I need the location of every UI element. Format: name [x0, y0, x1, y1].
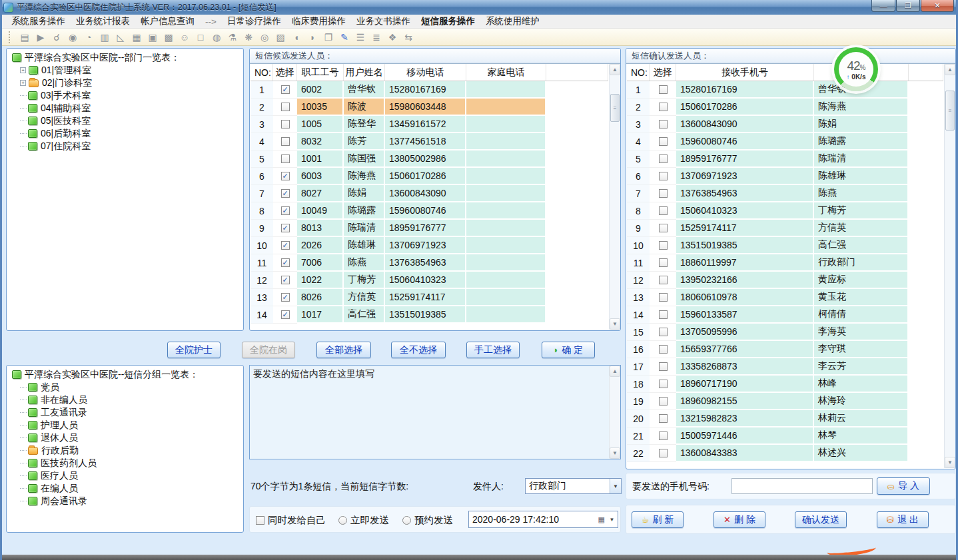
confirm-scrollbar[interactable]: ▲ ≡ ▼ — [944, 64, 955, 468]
sender-select[interactable]: 行政部门 ▼ — [525, 478, 622, 494]
message-scrollbar[interactable]: ▲ ▼ — [609, 366, 620, 459]
candidate-scroll-thumb[interactable]: ≡ — [610, 94, 620, 122]
group-tree-item[interactable]: 非在编人员 — [11, 394, 243, 406]
manual-phone-input[interactable] — [731, 478, 873, 494]
group-tree-item[interactable]: 行政后勤 — [11, 444, 243, 457]
row-checkbox[interactable]: ✓ — [281, 276, 290, 284]
row-checkbox[interactable] — [659, 154, 668, 163]
row-checkbox[interactable]: ✓ — [281, 224, 290, 232]
candidate-row[interactable]: 31005陈登华13459161572 — [250, 116, 608, 133]
candidate-row[interactable]: 51001陈国强13805002986 — [250, 150, 608, 168]
candidate-row[interactable]: 10✓2026陈雄琳13706971923 — [250, 237, 608, 254]
group-tree-item[interactable]: 在编人员 — [11, 482, 243, 495]
confirm-row[interactable]: 1318060610978黄玉花 — [627, 289, 943, 306]
menu-item-日常诊疗操作[interactable]: 日常诊疗操作 — [222, 14, 286, 29]
minimize-button[interactable]: — — [871, 0, 895, 12]
dept-tree-item[interactable]: 03|手术科室 — [11, 89, 243, 102]
column-header[interactable]: 接收手机号 — [676, 64, 814, 81]
row-checkbox[interactable] — [281, 137, 290, 146]
window-icon[interactable]: ▣ — [145, 31, 161, 44]
confirm-row[interactable]: 1213950232166黄应标 — [627, 272, 943, 289]
candidate-row[interactable]: 14✓1017高仁强13515019385 — [250, 306, 608, 324]
candidate-row[interactable]: 7✓8027陈娟13600843090 — [250, 185, 608, 202]
row-checkbox[interactable] — [659, 328, 668, 336]
scroll-up-icon[interactable]: ▲ — [610, 64, 620, 75]
row-checkbox[interactable]: ✓ — [281, 172, 290, 180]
row-checkbox[interactable]: ✓ — [281, 241, 290, 250]
expand-icon[interactable]: + — [20, 67, 26, 73]
row-checkbox[interactable] — [659, 206, 668, 215]
dept-tree-item[interactable]: 05|医技科室 — [11, 115, 243, 127]
candidate-row[interactable]: 9✓8013陈瑞清18959176777 — [250, 220, 608, 237]
row-checkbox[interactable]: ✓ — [281, 293, 290, 302]
key-icon[interactable]: ☌ — [49, 31, 65, 44]
blank-icon[interactable]: □ — [193, 31, 209, 44]
group-tree-item[interactable]: 周会通讯录 — [11, 495, 243, 507]
confirm-button[interactable]: ◗确 定 — [542, 342, 595, 358]
telescope-icon[interactable]: ⚗ — [225, 31, 240, 44]
restore-button[interactable]: ❐ — [896, 0, 920, 12]
group-tree-root[interactable]: 平潭综合实验区中医院--短信分组一览表： — [11, 368, 243, 381]
row-checkbox[interactable] — [659, 431, 668, 440]
speaker-in-icon[interactable]: ◖ — [288, 31, 304, 44]
column-header[interactable]: NO: — [627, 64, 650, 81]
candidate-row[interactable]: 12✓1022丁梅芳15060410323 — [250, 272, 608, 289]
schedule-icon[interactable]: ▩ — [161, 31, 177, 44]
list-doc-icon[interactable]: ☰ — [352, 31, 368, 44]
bar-chart-icon[interactable]: ▥ — [97, 31, 113, 44]
delete-button[interactable]: ✕删 除 — [714, 511, 765, 528]
ruler-icon[interactable]: ◺ — [113, 31, 129, 44]
map-icon[interactable]: ▨ — [272, 31, 288, 44]
row-checkbox[interactable] — [659, 120, 668, 129]
odbc-icon[interactable]: ◍ — [209, 31, 225, 44]
row-checkbox[interactable]: ✓ — [281, 258, 290, 267]
dept-tree-item[interactable]: 07|住院科室 — [11, 140, 243, 152]
confirm-row[interactable]: 1118860119997行政部门 — [627, 254, 943, 272]
copy-doc-icon[interactable]: ❐ — [320, 31, 336, 44]
send-scheduled-radio[interactable]: 预约发送 — [402, 514, 453, 527]
speaker-out-icon[interactable]: ◗ — [304, 31, 320, 44]
menu-item-业务统计报表[interactable]: 业务统计报表 — [71, 14, 135, 29]
select-none-button[interactable]: 全不选择 — [391, 342, 446, 358]
candidate-row[interactable]: 11✓7006陈燕13763854963 — [250, 254, 608, 272]
confirm-row[interactable]: 1513705095996李海英 — [627, 324, 943, 341]
menu-item-帐户信息查询[interactable]: 帐户信息查询 — [135, 14, 200, 29]
confirm-row[interactable]: 1918960982155林海玲 — [627, 393, 943, 410]
scroll-up-icon[interactable]: ▲ — [610, 366, 620, 377]
confirm-row[interactable]: 713763854963陈燕 — [627, 185, 943, 202]
column-header[interactable]: 家庭电话 — [466, 64, 546, 81]
row-checkbox[interactable] — [659, 241, 668, 250]
import-button[interactable]: ⛀导 入 — [877, 477, 930, 495]
confirm-row[interactable]: 1818960717190林峰 — [627, 376, 943, 393]
row-checkbox[interactable]: ✓ — [281, 85, 290, 94]
close-button[interactable]: ✕ — [921, 0, 954, 12]
row-checkbox[interactable]: ✓ — [281, 310, 290, 319]
row-checkbox[interactable] — [659, 380, 668, 388]
candidate-row[interactable]: 210035陈波15980603448 — [250, 99, 608, 116]
toolbar-grip[interactable] — [9, 31, 11, 43]
group-tree-item[interactable]: 护理人员 — [11, 419, 243, 431]
scroll-down-icon[interactable]: ▼ — [610, 447, 620, 459]
sync-icon[interactable]: ⇆ — [400, 31, 416, 44]
row-checkbox[interactable] — [659, 293, 668, 302]
all-nurses-button[interactable]: 全院护士 — [167, 342, 221, 358]
row-checkbox[interactable] — [659, 189, 668, 198]
scroll-up-icon[interactable]: ▲ — [945, 64, 955, 75]
scroll-down-icon[interactable]: ▼ — [945, 457, 955, 468]
confirm-row[interactable]: 1713358268873李云芳 — [627, 358, 943, 376]
row-checkbox[interactable] — [281, 154, 290, 163]
candidate-row[interactable]: 1✓6002曾华钦15280167169 — [250, 81, 608, 99]
dept-tree-item[interactable]: 04|辅助科室 — [11, 102, 243, 115]
confirm-row[interactable]: 1013515019385高仁强 — [627, 237, 943, 254]
row-checkbox[interactable] — [659, 258, 668, 267]
row-checkbox[interactable] — [659, 397, 668, 406]
scroll-down-icon[interactable]: ▼ — [610, 318, 620, 330]
column-header[interactable]: 移动电话 — [385, 64, 466, 81]
group-tree-item[interactable]: 退休人员 — [11, 431, 243, 444]
row-checkbox[interactable] — [659, 172, 668, 180]
pie-chart-icon[interactable]: ◔ — [81, 31, 97, 44]
tags-icon[interactable]: ❖ — [384, 31, 400, 44]
menu-item-系统使用维护[interactable]: 系统使用维护 — [480, 14, 545, 29]
row-checkbox[interactable] — [659, 414, 668, 423]
row-checkbox[interactable] — [281, 120, 290, 129]
